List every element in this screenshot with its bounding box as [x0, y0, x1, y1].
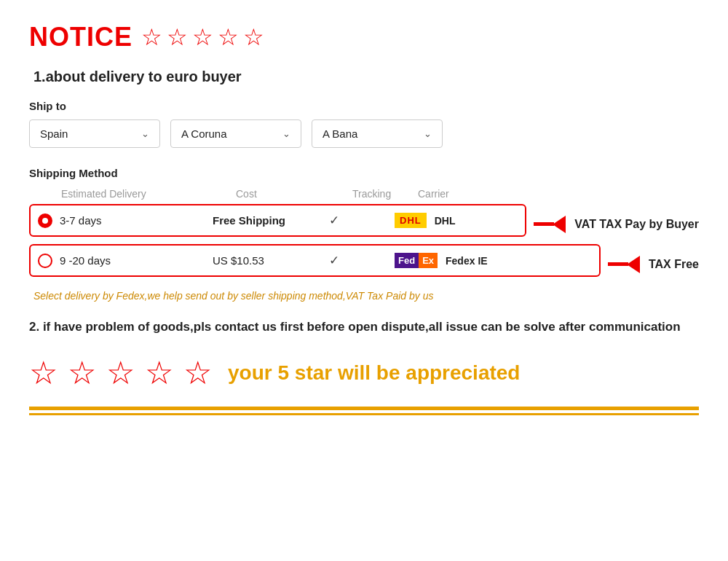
country-value: Spain [40, 128, 68, 140]
appreciated-text: your 5 star will be appreciated [228, 361, 520, 385]
arrow-left-icon-fedex [608, 256, 643, 273]
table-header: Estimated Delivery Cost Tracking Carrier [29, 188, 699, 204]
vat-badge-fedex: TAX Free [608, 256, 699, 273]
footer-stars-row: ☆ ☆ ☆ ☆ ☆ your 5 star will be appreciate… [29, 357, 699, 389]
dhl-logo: DHL [395, 213, 427, 228]
star-3: ☆ [192, 26, 213, 49]
shipping-row-dhl[interactable]: 3-7 days Free Shipping ✓ DHL DHL [29, 204, 526, 237]
col-cost: Cost [236, 188, 352, 200]
ship-to-label: Ship to [29, 100, 699, 112]
star-5: ☆ [243, 26, 264, 49]
city-chevron-icon: ⌄ [424, 128, 432, 139]
footer-star-5: ☆ [183, 357, 212, 389]
dhl-radio[interactable] [38, 213, 52, 228]
fedex-days-cell: 9 -20 days [38, 254, 213, 268]
vat-badge-dhl: VAT TAX Pay by Buyer [534, 216, 699, 233]
footer-star-3: ☆ [106, 357, 135, 389]
fedex-cost-cell: US $10.53 [213, 254, 329, 267]
footer-star-2: ☆ [68, 357, 96, 389]
notice-header: NOTICE ☆ ☆ ☆ ☆ ☆ [29, 22, 699, 52]
select-note: Select delivery by Fedex,we help send ou… [33, 290, 699, 302]
footer-star-4: ☆ [145, 357, 173, 389]
shipping-row-fedex[interactable]: 9 -20 days US $10.53 ✓ Fed Ex Fedex IE [29, 244, 601, 277]
city-value: A Bana [323, 128, 357, 140]
dhl-row-container: 3-7 days Free Shipping ✓ DHL DHL VAT TAX… [29, 204, 699, 244]
fedex-tracking-cell: ✓ [329, 253, 395, 268]
country-dropdown[interactable]: Spain ⌄ [29, 119, 160, 148]
bottom-bar-2 [29, 413, 699, 415]
fedex-logo: Fed Ex [395, 253, 438, 268]
arrow-left-icon [534, 216, 569, 233]
fedex-check-icon: ✓ [329, 254, 339, 267]
star-4: ☆ [218, 26, 239, 49]
section1-heading: 1.about delivery to euro buyer [33, 68, 699, 85]
star-1: ☆ [141, 26, 162, 49]
vat-text-dhl: VAT TAX Pay by Buyer [574, 218, 699, 231]
fedex-ex-text: Ex [419, 253, 438, 268]
vat-text-fedex: TAX Free [649, 258, 699, 271]
region-dropdown[interactable]: A Coruna ⌄ [170, 119, 301, 148]
dhl-days-cell: 3-7 days [38, 213, 213, 228]
dhl-logo-text: DHL [395, 213, 427, 228]
region-chevron-icon: ⌄ [282, 128, 290, 139]
fedex-radio[interactable] [38, 254, 52, 268]
dhl-cost-cell: Free Shipping [213, 214, 329, 227]
fedex-fed-text: Fed [395, 253, 419, 268]
dhl-days: 3-7 days [60, 214, 102, 227]
notice-title: NOTICE [29, 22, 132, 52]
fedex-days: 9 -20 days [60, 254, 111, 267]
fedex-cost: US $10.53 [213, 254, 264, 267]
star-2: ☆ [167, 26, 188, 49]
dhl-tracking-cell: ✓ [329, 213, 395, 228]
region-value: A Coruna [181, 128, 227, 140]
city-dropdown[interactable]: A Bana ⌄ [312, 119, 443, 148]
dropdowns-row: Spain ⌄ A Coruna ⌄ A Bana ⌄ [29, 119, 699, 148]
dhl-check-icon: ✓ [329, 213, 339, 227]
dhl-carrier-cell: DHL DHL [395, 213, 513, 228]
country-chevron-icon: ⌄ [141, 128, 149, 139]
col-estimated-delivery: Estimated Delivery [61, 188, 236, 200]
dhl-cost: Free Shipping [213, 214, 285, 227]
col-carrier: Carrier [418, 188, 534, 200]
dhl-carrier-name: DHL [435, 215, 456, 227]
col-tracking: Tracking [352, 188, 418, 200]
shipping-method-label: Shipping Method [29, 167, 699, 179]
bottom-bar-1 [29, 407, 699, 410]
fedex-carrier-cell: Fed Ex Fedex IE [395, 253, 587, 268]
fedex-row-container: 9 -20 days US $10.53 ✓ Fed Ex Fedex IE T… [29, 244, 699, 284]
footer-star-1: ☆ [29, 357, 58, 389]
fedex-carrier-name: Fedex IE [446, 255, 488, 267]
problem-text: 2. if have problem of goods,pls contact … [29, 318, 699, 337]
header-stars: ☆ ☆ ☆ ☆ ☆ [141, 26, 264, 49]
